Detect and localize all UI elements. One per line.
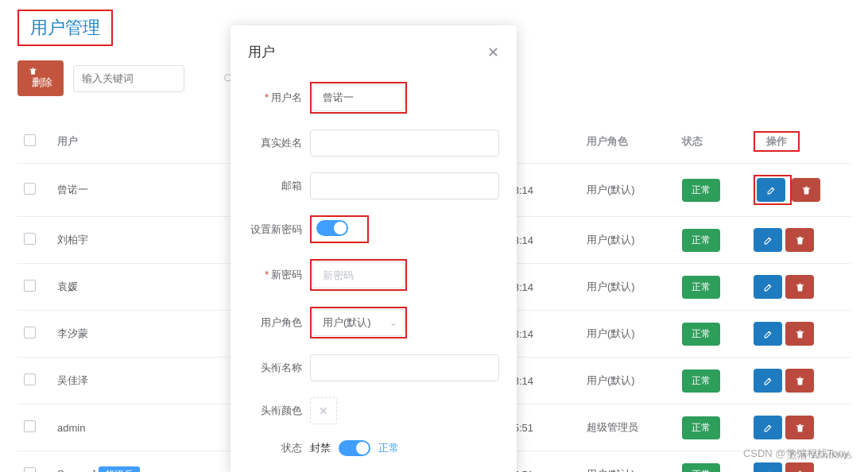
- delete-button-label: 删除: [32, 76, 52, 88]
- cell-role: 用户(默认): [580, 164, 676, 217]
- row-checkbox[interactable]: [24, 420, 36, 432]
- row-checkbox[interactable]: [24, 467, 36, 472]
- close-icon[interactable]: ✕: [487, 44, 499, 61]
- toggle-set-password[interactable]: [316, 220, 348, 236]
- delete-button[interactable]: 删除: [17, 60, 64, 96]
- delete-row-button[interactable]: [785, 462, 814, 472]
- delete-row-button[interactable]: [785, 322, 814, 346]
- status-badge: 正常: [682, 463, 720, 473]
- cell-role: 用户(默认): [580, 217, 676, 264]
- label-rank-name: 头衔名称: [261, 362, 302, 373]
- edit-button[interactable]: [754, 228, 782, 252]
- label-status: 状态: [281, 442, 302, 454]
- label-rank-color: 头衔颜色: [261, 404, 302, 416]
- row-checkbox[interactable]: [24, 233, 36, 245]
- delete-row-button[interactable]: [792, 178, 820, 202]
- col-op: 操作: [747, 120, 851, 164]
- delete-row-button[interactable]: [785, 369, 814, 393]
- user-modal: 用户 ✕ *用户名 真实姓名 邮箱 设置新密码 *新密码 用户角色 用户(默认)…: [231, 25, 517, 472]
- search-input-wrap[interactable]: [73, 65, 184, 92]
- status-badge: 正常: [682, 276, 720, 299]
- cell-role: 用户(默认): [580, 311, 676, 358]
- color-picker[interactable]: ✕: [310, 397, 337, 424]
- status-badge: 正常: [682, 179, 720, 202]
- checkbox-all[interactable]: [24, 134, 36, 146]
- label-role: 用户角色: [261, 316, 302, 328]
- delete-row-button[interactable]: [785, 228, 814, 252]
- label-username: 用户名: [271, 91, 302, 103]
- edit-button[interactable]: [754, 462, 782, 472]
- modal-title: 用户: [248, 43, 275, 61]
- cell-role: 用户(默认): [580, 264, 676, 311]
- cell-role: 用户(默认): [580, 451, 676, 473]
- select-role-value: 用户(默认): [323, 315, 371, 330]
- status-badge: 正常: [682, 229, 720, 252]
- edit-button[interactable]: [757, 178, 785, 202]
- status-badge: 正常: [682, 369, 720, 393]
- row-checkbox[interactable]: [24, 373, 36, 385]
- chevron-down-icon: ⌄: [389, 317, 397, 328]
- delete-row-button[interactable]: [785, 416, 814, 439]
- edit-button[interactable]: [754, 369, 782, 393]
- cell-role: 超级管理员: [580, 404, 676, 451]
- search-input[interactable]: [74, 72, 223, 84]
- delete-row-button[interactable]: [785, 275, 814, 299]
- status-normal-label: 正常: [378, 441, 399, 455]
- col-role: 用户角色: [580, 120, 676, 164]
- input-realname[interactable]: [310, 130, 499, 157]
- toggle-status[interactable]: [339, 440, 370, 456]
- label-new-password: 新密码: [271, 269, 302, 280]
- input-new-password[interactable]: [312, 261, 405, 288]
- edit-button[interactable]: [754, 416, 782, 439]
- user-badge: 超级兵: [99, 466, 140, 473]
- input-rank-name[interactable]: [310, 354, 499, 381]
- cell-role: 用户(默认): [580, 358, 676, 404]
- trash-icon: [29, 67, 52, 75]
- row-checkbox[interactable]: [24, 280, 36, 292]
- input-email[interactable]: [310, 172, 499, 199]
- label-realname: 真实姓名: [261, 137, 302, 149]
- status-badge: 正常: [682, 323, 720, 346]
- page-title: 用户管理: [17, 10, 113, 46]
- status-badge: 正常: [682, 416, 720, 439]
- edit-button[interactable]: [754, 275, 782, 299]
- input-username[interactable]: [312, 84, 405, 111]
- select-role[interactable]: 用户(默认) ⌄: [312, 309, 405, 336]
- status-ban-label: 封禁: [310, 441, 331, 455]
- label-email: 邮箱: [281, 180, 302, 192]
- edit-button[interactable]: [754, 322, 782, 346]
- col-status: 状态: [676, 120, 747, 164]
- label-set-password: 设置新密码: [250, 223, 302, 235]
- csdn-watermark: CSDN @学编程找Tony: [743, 447, 849, 461]
- row-checkbox[interactable]: [24, 327, 36, 339]
- row-checkbox[interactable]: [24, 183, 36, 195]
